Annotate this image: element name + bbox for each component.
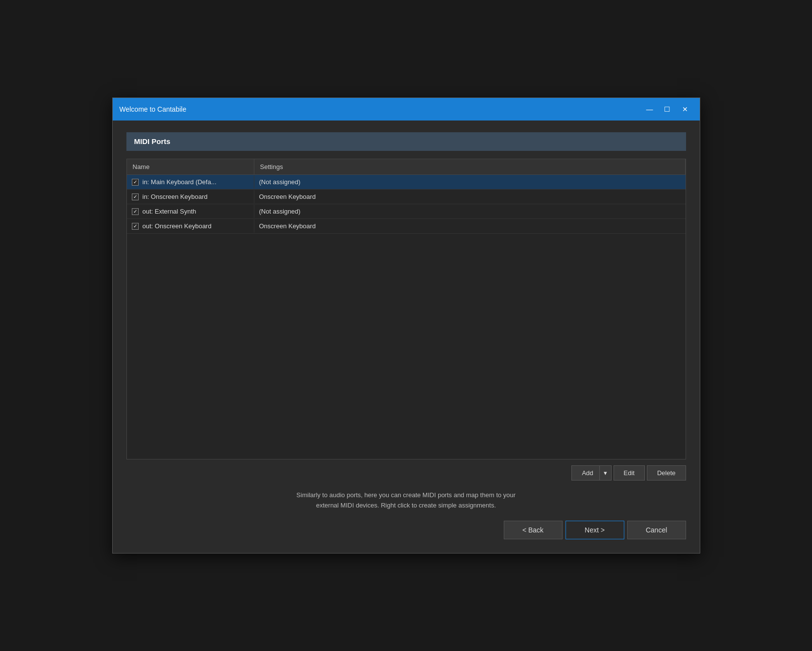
row-4-checkbox[interactable] bbox=[132, 223, 139, 230]
row-2-checkbox[interactable] bbox=[132, 193, 139, 200]
row-2-settings-cell: Onscreen Keyboard bbox=[254, 190, 686, 203]
row-2-settings: Onscreen Keyboard bbox=[259, 193, 316, 200]
back-button[interactable]: < Back bbox=[504, 521, 563, 539]
row-1-name-cell: in: Main Keyboard (Defa... bbox=[127, 175, 254, 189]
row-2-name-cell: in: Onscreen Keyboard bbox=[127, 190, 254, 203]
table-row[interactable]: out: External Synth (Not assigned) bbox=[127, 204, 686, 219]
minimize-button[interactable]: — bbox=[642, 102, 658, 116]
delete-button[interactable]: Delete bbox=[647, 465, 686, 481]
column-header-settings: Settings bbox=[254, 159, 686, 174]
title-bar: Welcome to Cantabile — ☐ ✕ bbox=[113, 98, 700, 121]
add-button[interactable]: Add bbox=[571, 465, 599, 481]
row-3-settings: (Not assigned) bbox=[259, 208, 301, 215]
add-dropdown-button[interactable]: ▾ bbox=[599, 465, 612, 481]
row-3-name-cell: out: External Synth bbox=[127, 205, 254, 218]
table-body: in: Main Keyboard (Defa... (Not assigned… bbox=[127, 175, 686, 459]
row-4-settings: Onscreen Keyboard bbox=[259, 222, 316, 230]
close-button[interactable]: ✕ bbox=[677, 102, 693, 116]
edit-button[interactable]: Edit bbox=[614, 465, 645, 481]
window-controls: — ☐ ✕ bbox=[642, 102, 693, 116]
table-header: Name Settings bbox=[127, 159, 686, 175]
table-action-buttons: Add ▾ Edit Delete bbox=[126, 465, 686, 481]
table-row[interactable]: in: Main Keyboard (Defa... (Not assigned… bbox=[127, 175, 686, 190]
next-button[interactable]: Next > bbox=[566, 521, 624, 539]
row-4-name: out: Onscreen Keyboard bbox=[143, 222, 212, 230]
description-line2: external MIDI devices. Right click to cr… bbox=[126, 501, 686, 511]
row-4-name-cell: out: Onscreen Keyboard bbox=[127, 219, 254, 233]
description-line1: Similarly to audio ports, here you can c… bbox=[126, 490, 686, 501]
add-button-group: Add ▾ bbox=[571, 465, 611, 481]
section-header: MIDI Ports bbox=[126, 132, 686, 151]
midi-ports-table: Name Settings in: Main Keyboard (Defa...… bbox=[126, 159, 686, 459]
table-row[interactable]: out: Onscreen Keyboard Onscreen Keyboard bbox=[127, 219, 686, 234]
row-4-settings-cell: Onscreen Keyboard bbox=[254, 219, 686, 233]
window-title: Welcome to Cantabile bbox=[120, 105, 642, 113]
row-1-settings-cell: (Not assigned) bbox=[254, 175, 686, 189]
cancel-button[interactable]: Cancel bbox=[627, 521, 686, 539]
row-2-name: in: Onscreen Keyboard bbox=[143, 193, 208, 200]
row-3-checkbox[interactable] bbox=[132, 208, 139, 215]
column-header-name: Name bbox=[127, 159, 254, 174]
section-title: MIDI Ports bbox=[134, 137, 171, 145]
navigation-buttons: < Back Next > Cancel bbox=[126, 521, 686, 539]
content-area: MIDI Ports Name Settings in: Main Keyboa… bbox=[113, 121, 700, 553]
row-3-settings-cell: (Not assigned) bbox=[254, 205, 686, 218]
table-row[interactable]: in: Onscreen Keyboard Onscreen Keyboard bbox=[127, 190, 686, 204]
row-3-name: out: External Synth bbox=[143, 208, 197, 215]
maximize-button[interactable]: ☐ bbox=[660, 102, 675, 116]
main-window: Welcome to Cantabile — ☐ ✕ MIDI Ports Na… bbox=[112, 97, 700, 554]
row-1-name: in: Main Keyboard (Defa... bbox=[143, 178, 217, 186]
row-1-settings: (Not assigned) bbox=[259, 178, 301, 186]
row-1-checkbox[interactable] bbox=[132, 179, 139, 186]
description-area: Similarly to audio ports, here you can c… bbox=[126, 490, 686, 511]
